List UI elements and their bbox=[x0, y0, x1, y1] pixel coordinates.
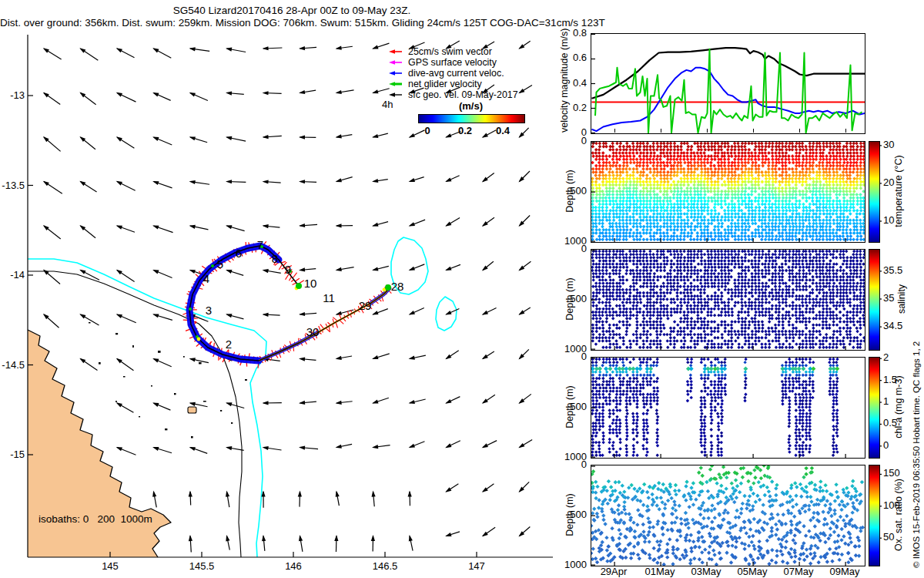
depth-ytick-label: 0 bbox=[561, 459, 587, 470]
depth-ytick-label: 500 bbox=[561, 294, 587, 304]
legend-item-label: sfc geo. vel. 09-May-2017 bbox=[408, 89, 518, 100]
colorbar-tick-label: 2 bbox=[883, 352, 916, 363]
dive-number-label: 2 bbox=[221, 338, 236, 350]
map-legend: 25cm/s swim vectorGPS surface velocitydi… bbox=[376, 46, 537, 100]
velocity-ytick-label: 0.4 bbox=[556, 78, 587, 89]
dive-number-label: 30 bbox=[305, 326, 320, 338]
legend-item: 25cm/s swim vector bbox=[376, 46, 537, 57]
dive-number-label: 29 bbox=[357, 300, 373, 311]
legend-vector-icon bbox=[376, 47, 408, 56]
oxygen-scatter-canvas bbox=[591, 465, 865, 566]
depth-ytick-label: 0 bbox=[561, 244, 587, 254]
temperature-scatter-canvas bbox=[591, 142, 865, 242]
legend-item: GPS surface velocity bbox=[376, 57, 537, 68]
map-lon-tick-label: 147 bbox=[454, 561, 500, 572]
colorbar-tick-label: 35.5 bbox=[883, 265, 916, 276]
dive-number-label: 8 bbox=[267, 253, 283, 264]
dive-number-label: 28 bbox=[390, 281, 405, 292]
salinity-scatter-canvas bbox=[591, 250, 865, 350]
legend-item: dive-avg current veloc. bbox=[376, 68, 537, 79]
dive-number-label: 11 bbox=[321, 292, 336, 304]
map-lon-tick-label: 146 bbox=[270, 561, 316, 572]
legend-vector-icon bbox=[376, 58, 408, 67]
legend-item-label: GPS surface velocity bbox=[408, 57, 497, 68]
map-colorbar-tick-label: 0 bbox=[412, 125, 443, 136]
legend-item-label: net glider velocity bbox=[408, 79, 482, 89]
map-colorbar-tick-label: 0.4 bbox=[487, 125, 518, 136]
temperature-colorbar bbox=[869, 141, 880, 243]
colorbar-tick-label: 20 bbox=[883, 177, 916, 188]
oxygen-colorbar bbox=[869, 465, 880, 566]
colorbar-tick-label: 1.5 bbox=[883, 375, 916, 385]
legend-vector-icon bbox=[376, 69, 408, 78]
map-lon-tick-label: 146.5 bbox=[362, 561, 408, 572]
depth-ytick-label: 500 bbox=[561, 402, 587, 412]
dive-number-label: 7 bbox=[253, 239, 268, 250]
dive-number-label: 9 bbox=[280, 264, 296, 275]
colorbar-tick-label: 1 bbox=[883, 396, 916, 407]
depth-ytick-label: 500 bbox=[561, 186, 587, 197]
depth-ytick-label: 1000 bbox=[561, 560, 587, 570]
map-lat-tick-label: -13 bbox=[0, 90, 25, 101]
dive-number-label: 3 bbox=[201, 304, 216, 316]
chl-scatter-canvas bbox=[591, 358, 865, 458]
isobaths-label: isobaths: 0 200 1000m bbox=[38, 513, 152, 525]
depth-ytick-label: 0 bbox=[561, 136, 587, 146]
colorbar-tick-label: 150 bbox=[883, 468, 916, 479]
legend-vector-icon bbox=[376, 79, 408, 89]
legend-item: sfc geo. vel. 09-May-2017 bbox=[376, 89, 537, 100]
dive-number-label: 5 bbox=[213, 258, 228, 270]
velocity-ytick-label: 0.6 bbox=[556, 52, 587, 63]
figure-title: SG540 Lizard20170416 28-Apr 00Z to 09-Ma… bbox=[0, 5, 584, 16]
colorbar-tick-label: 100 bbox=[883, 500, 916, 511]
map-lat-tick-label: -15 bbox=[0, 449, 25, 460]
map-colorbar-tick-label: 0.2 bbox=[450, 125, 480, 136]
colorbar-tick-label: 34.5 bbox=[883, 321, 916, 331]
figure-subtitle: Dist. over ground: 356km. Dist. swum: 25… bbox=[0, 17, 584, 29]
map-colorbar bbox=[418, 114, 525, 123]
date-tick-label: 29Apr bbox=[589, 566, 638, 577]
map-lat-tick-label: -14 bbox=[0, 270, 25, 281]
map-colorbar-title: (m/s) bbox=[418, 100, 524, 112]
legend-item: net glider velocity bbox=[376, 79, 537, 89]
legend-item-label: dive-avg current veloc. bbox=[408, 68, 504, 79]
labels-overlay: SG540 Lizard20170416 28-Apr 00Z to 09-Ma… bbox=[0, 0, 924, 578]
velocity-ytick-label: 0.2 bbox=[556, 102, 587, 113]
dive-number-label: 4 bbox=[199, 273, 214, 284]
date-tick-label: 05May bbox=[728, 566, 777, 577]
oxygen-panel bbox=[591, 465, 865, 566]
dive-number-label: 6 bbox=[231, 247, 246, 259]
chl-panel bbox=[591, 357, 865, 459]
map-lon-tick-label: 145.5 bbox=[179, 561, 225, 572]
map-lat-tick-label: -13.5 bbox=[0, 180, 25, 191]
date-tick-label: 07May bbox=[774, 566, 823, 577]
temperature-panel bbox=[591, 141, 865, 243]
colorbar-tick-label: 0.5 bbox=[883, 418, 916, 428]
seaglider-figure: SG540 Lizard20170416 28-Apr 00Z to 09-Ma… bbox=[0, 0, 924, 578]
legend-item-label: 25cm/s swim vector bbox=[408, 46, 492, 57]
date-tick-label: 09May bbox=[820, 566, 869, 577]
velocity-ytick-label: 0.8 bbox=[556, 28, 587, 39]
depth-ytick-label: 500 bbox=[561, 509, 587, 520]
date-tick-label: 01May bbox=[635, 566, 685, 577]
chl-colorbar bbox=[869, 357, 880, 459]
vector-scale-label: 4h bbox=[382, 99, 393, 110]
salinity-colorbar bbox=[869, 249, 880, 351]
velocity-lines bbox=[591, 34, 865, 133]
map-lat-tick-label: -14.5 bbox=[0, 360, 25, 371]
velocity-panel bbox=[591, 33, 865, 134]
oxygen-cbar-label: Ox. sat. ratio (%) bbox=[893, 465, 904, 565]
map-lon-tick-label: 145 bbox=[87, 561, 133, 572]
colorbar-tick-label: 30 bbox=[883, 139, 916, 150]
temperature-cbar-label: temperature (°C) bbox=[893, 141, 904, 241]
date-tick-label: 03May bbox=[681, 566, 731, 577]
dive-number-label: 10 bbox=[303, 277, 318, 289]
colorbar-tick-label: 10 bbox=[883, 215, 916, 226]
colorbar-tick-label: 0 bbox=[883, 440, 916, 451]
salinity-panel bbox=[591, 249, 865, 351]
depth-ytick-label: 0 bbox=[561, 351, 587, 362]
colorbar-tick-label: 50 bbox=[883, 532, 916, 543]
colorbar-tick-label: 35 bbox=[883, 293, 916, 304]
